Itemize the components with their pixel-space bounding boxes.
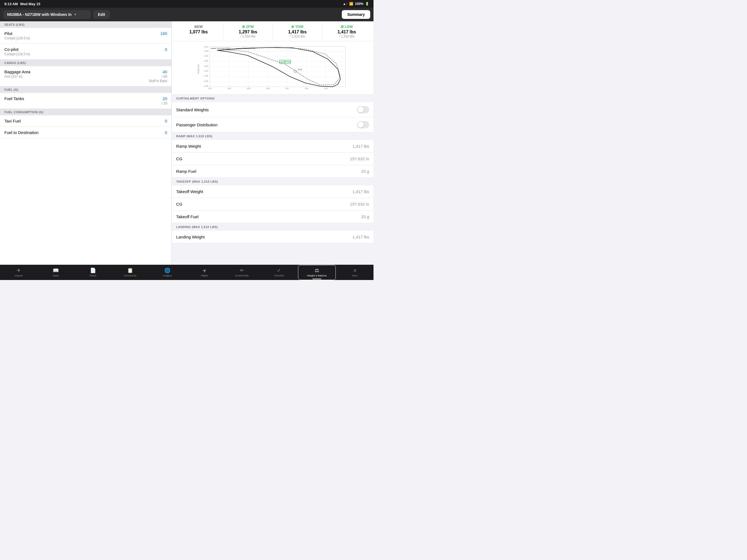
ramp-cg-value: 157.632 in [350, 156, 369, 161]
takeoff-fuel-label: Takeoff Fuel [176, 214, 198, 219]
svg-text:1,240: 1,240 [204, 80, 208, 82]
ramp-fuel-label: Ramp Fuel [176, 169, 196, 174]
takeoff-section-label: TAKEOFF (MAX 1,510 LBS) [172, 178, 374, 185]
baggage-value: 40 [149, 70, 167, 74]
tab-imagery[interactable]: 🌐 Imagery [149, 265, 186, 280]
svg-text:154: 154 [228, 87, 231, 90]
passenger-distribution-row: Passenger Distribution [172, 117, 374, 132]
tab-plates[interactable]: 📄 Plates [74, 265, 111, 280]
passenger-distribution-label: Passenger Distribution [176, 123, 217, 127]
svg-text:1,280: 1,280 [204, 75, 208, 77]
svg-text:1,400: 1,400 [204, 60, 208, 62]
list-item-pilot[interactable]: Pilot Cockpit (128.5 in) 180 [0, 28, 172, 44]
svg-text:153: 153 [208, 87, 211, 90]
zfw-title: ⊕ ZFW [223, 25, 273, 29]
tab-imagery-label: Imagery [163, 274, 172, 277]
more-icon: ≡ [354, 268, 357, 274]
nav-bar: N528BA - N271BW with Windows In ▼ Edit S… [0, 8, 374, 21]
tab-flights-label: Flights [201, 274, 208, 277]
tab-bar: ✈ Airports 📖 Maps 📄 Plates 📋 Documents 🌐… [0, 265, 374, 280]
weight-col-bew: BEW 1,077 lbs [174, 25, 223, 38]
standard-weights-toggle[interactable] [357, 106, 369, 113]
bew-title: BEW [174, 25, 223, 29]
standard-weights-row: Standard Weights [172, 102, 374, 117]
svg-text:LDW: LDW [280, 61, 285, 63]
list-item-baggage[interactable]: Baggage Area Arm (157 in) 40 / 60 Stuff … [0, 66, 172, 86]
ramp-section-label: RAMP (MAX 1,510 LBS) [172, 132, 374, 140]
svg-text:159: 159 [324, 87, 328, 90]
copilot-sub: Cockpit (128.5 in) [4, 52, 30, 56]
flights-icon: ➤ [201, 267, 208, 274]
weight-col-zfw: ⊕ ZFW 1,297 lbs / 1,510 lbs [223, 25, 273, 38]
ramp-fuel-value: 20 g [361, 169, 369, 174]
battery-icon: 🔋 [365, 2, 369, 6]
weight-header: BEW 1,077 lbs ⊕ ZFW 1,297 lbs / 1,510 lb… [172, 21, 374, 41]
tab-flights[interactable]: ➤ Flights [186, 265, 223, 280]
weight-col-ldw: ⊞ LDW 1,417 lbs / 1,510 lbs [322, 25, 371, 38]
baggage-limit: / 60 [149, 75, 167, 78]
svg-text:1,360: 1,360 [204, 65, 208, 67]
copilot-title: Co-pilot [4, 47, 30, 52]
landing-section-label: LANDING (MAX 1,510 LBS) [172, 223, 374, 231]
chevron-down-icon: ▼ [74, 13, 77, 16]
aircraft-selector[interactable]: N528BA - N271BW with Windows In ▼ [3, 10, 91, 19]
ramp-cg-label: CG [176, 156, 182, 161]
list-item-fueldestination[interactable]: Fuel to Destination 0 [0, 127, 172, 138]
aircraft-selector-label: N528BA - N271BW with Windows In [7, 12, 72, 17]
ramp-cg-row: CG 157.632 in [172, 153, 374, 165]
fueltanks-value: 20 [162, 96, 167, 101]
status-date: Wed May 15 [20, 2, 40, 6]
landing-weight-row: Landing Weight 1,417 lbs [172, 231, 374, 244]
tab-more[interactable]: ≡ More [336, 265, 374, 280]
svg-text:1,200: 1,200 [204, 85, 208, 87]
list-item-fueltanks[interactable]: Fuel Tanks 20 / 20 [0, 93, 172, 109]
tab-checklist[interactable]: ✓ Checklist [260, 265, 298, 280]
list-item-taxifuel[interactable]: Taxi Fuel 0 [0, 116, 172, 127]
tab-airports[interactable]: ✈ Airports [0, 265, 37, 280]
bew-value: 1,077 lbs [174, 29, 223, 34]
taxifuel-title: Taxi Fuel [4, 119, 21, 123]
tab-active-indicator [312, 279, 321, 279]
svg-text:155: 155 [247, 87, 250, 90]
tab-plates-label: Plates [89, 274, 96, 277]
ldw-value: 1,417 lbs [322, 29, 371, 34]
section-header-fuelconsumption: FUEL CONSUMPTION (G) [0, 109, 172, 116]
tab-documents[interactable]: 📋 Documents [111, 265, 149, 280]
fueltanks-limit: / 20 [162, 101, 167, 105]
tab-maps-label: Maps [53, 274, 59, 277]
airports-icon: ✈ [17, 268, 21, 274]
tab-weightbalance-label: Weight & Balance [307, 274, 327, 277]
summary-button[interactable]: Summary [342, 10, 370, 19]
zfw-limit: / 1,510 lbs [223, 34, 273, 38]
takeoff-cg-label: CG [176, 202, 182, 206]
fueldestination-value: 0 [165, 130, 167, 135]
tab-weightbalance[interactable]: ⚖ Weight & Balance [298, 265, 336, 280]
documents-icon: 📋 [127, 268, 133, 274]
fueltanks-title: Fuel Tanks [4, 96, 24, 101]
tab-maps[interactable]: 📖 Maps [37, 265, 74, 280]
scratchpads-icon: ✏ [240, 268, 244, 274]
svg-text:ZFW: ZFW [298, 68, 302, 71]
svg-text:156: 156 [266, 87, 269, 90]
tab-scratchpads-label: ScratchPads [235, 274, 249, 277]
svg-text:1,480: 1,480 [204, 50, 208, 52]
tab-checklist-label: Checklist [274, 274, 284, 277]
tab-scratchpads[interactable]: ✏ ScratchPads [223, 265, 260, 280]
takeoff-weight-label: Takeoff Weight [176, 189, 203, 194]
svg-text:1,520: 1,520 [204, 46, 208, 48]
passenger-distribution-toggle[interactable] [357, 121, 369, 128]
edit-button[interactable]: Edit [93, 10, 110, 19]
zfw-value: 1,297 lbs [223, 29, 273, 34]
fueldestination-title: Fuel to Destination [4, 130, 38, 135]
section-header-cargo: CARGO (LBS) [0, 59, 172, 66]
list-item-copilot[interactable]: Co-pilot Cockpit (128.5 in) 0 [0, 44, 172, 59]
takeoff-cg-value: 157.632 in [350, 202, 369, 206]
checklist-icon: ✓ [277, 268, 281, 274]
copilot-value: 0 [165, 47, 167, 52]
svg-text:1,440: 1,440 [204, 55, 208, 57]
wifi-icon: 📶 [349, 2, 353, 6]
right-panel: BEW 1,077 lbs ⊕ ZFW 1,297 lbs / 1,510 lb… [172, 21, 374, 265]
wb-chart: LDW TOW ZFW 153 154 155 156 157 158 159 … [172, 41, 374, 95]
svg-text:157: 157 [285, 87, 289, 90]
takeoff-fuel-row: Takeoff Fuel 20 g [172, 210, 374, 223]
